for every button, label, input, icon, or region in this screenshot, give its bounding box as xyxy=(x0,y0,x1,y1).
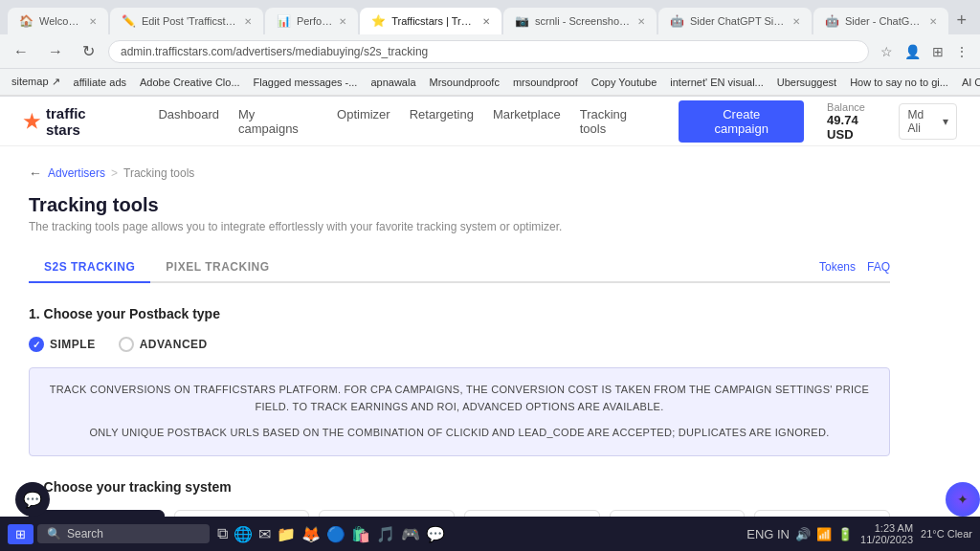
store-icon[interactable]: 🛍️ xyxy=(351,525,370,543)
taskview-icon[interactable]: ⧉ xyxy=(217,525,228,543)
nav-bar: ← → ↻ admin.trafficstars.com/advertisers… xyxy=(0,34,980,69)
nav-retargeting[interactable]: Retargeting xyxy=(410,103,474,140)
tab-close-icon[interactable]: ✕ xyxy=(482,16,490,27)
tokens-link[interactable]: Tokens xyxy=(819,260,856,274)
bookmark-item-6[interactable]: mrsoundproof xyxy=(509,75,582,90)
tab-close-icon[interactable]: ✕ xyxy=(339,16,346,27)
back-button[interactable]: ← xyxy=(8,41,34,62)
tab-close-icon[interactable]: ✕ xyxy=(929,16,937,27)
taskbar-icons: ⧉ 🌐 ✉ 📁 🦊 🔵 🛍️ 🎵 🎮 💬 xyxy=(217,525,445,543)
radio-advanced[interactable]: ADVANCED xyxy=(119,337,208,352)
lang-icon: ENG IN xyxy=(746,527,790,541)
postback-options: SIMPLE ADVANCED xyxy=(29,337,890,352)
browser-tab-tab2[interactable]: ✏️Edit Post 'Trafficstars Review:...✕ xyxy=(110,8,263,34)
info-line-2: ONLY UNIQUE POSTBACK URLS BASED ON THE C… xyxy=(45,425,874,442)
menu-icon[interactable]: ⋮ xyxy=(951,42,972,61)
tab-favicon: 🤖 xyxy=(825,14,839,28)
extension-icon[interactable]: ⊞ xyxy=(928,42,947,61)
tab-label: Edit Post 'Trafficstars Review:... xyxy=(142,15,238,27)
date-display: 11/20/2023 xyxy=(860,534,913,545)
bookmark-item-10[interactable]: How to say no to gi... xyxy=(846,75,952,90)
reload-button[interactable]: ↻ xyxy=(77,40,100,62)
chevron-down-icon: ▾ xyxy=(943,115,948,128)
bookmark-item-11[interactable]: AI Content creation xyxy=(958,75,980,90)
bookmark-item-3[interactable]: Flagged messages -... xyxy=(250,75,362,90)
tab-close-icon[interactable]: ✕ xyxy=(244,16,252,27)
tab-favicon: 📷 xyxy=(515,14,529,28)
chat-support-button[interactable]: 💬 xyxy=(15,482,50,517)
bookmark-item-0[interactable]: sitemap ↗ xyxy=(8,74,64,90)
app-nav: ★ traffic stars Dashboard My campaigns O… xyxy=(0,97,980,146)
tab-favicon: ✏️ xyxy=(122,14,136,28)
time-display: 1:23 AM xyxy=(860,522,913,534)
nav-my-campaigns[interactable]: My campaigns xyxy=(238,103,318,140)
nav-dashboard[interactable]: Dashboard xyxy=(158,103,219,140)
battery-icon[interactable]: 🔋 xyxy=(837,527,853,541)
create-campaign-button[interactable]: Create campaign xyxy=(679,100,804,143)
nav-marketplace[interactable]: Marketplace xyxy=(493,103,561,140)
info-line-1: TRACK CONVERSIONS ON TRAFFICSTARS PLATFO… xyxy=(45,382,874,415)
radio-simple[interactable]: SIMPLE xyxy=(29,337,96,352)
files-icon[interactable]: 📁 xyxy=(277,525,296,543)
bookmark-item-9[interactable]: Ubersuggest xyxy=(773,75,840,90)
browser-icon[interactable]: 🌐 xyxy=(234,525,253,543)
section2-title: 2. Choose your tracking system xyxy=(29,479,890,495)
browser-tab-tab4[interactable]: ⭐Trafficstars | Tracking tools✕ xyxy=(360,8,501,34)
nav-tracking-tools[interactable]: Tracking tools xyxy=(580,103,657,140)
breadcrumb-parent[interactable]: Advertisers xyxy=(48,166,105,180)
media-icon[interactable]: 🎵 xyxy=(376,525,395,543)
browser-tab-tab5[interactable]: 📷scrnli - Screenshot Tool and El...✕ xyxy=(503,8,657,34)
address-bar[interactable]: admin.trafficstars.com/advertisers/media… xyxy=(108,40,869,63)
firefox-icon[interactable]: 🦊 xyxy=(301,525,321,543)
tab-favicon: ⭐ xyxy=(371,14,386,28)
whatsapp-icon[interactable]: 💬 xyxy=(426,525,445,543)
browser-tab-tab6[interactable]: 🤖Sider ChatGPT Sidebar + Visi...✕ xyxy=(658,8,812,34)
logo-star-icon: ★ xyxy=(23,110,40,133)
logo: ★ traffic stars xyxy=(23,105,123,138)
tab-s2s-tracking[interactable]: S2S TRACKING xyxy=(29,253,150,283)
bookmark-item-5[interactable]: Mrsoundproofc xyxy=(426,75,503,90)
bookmark-item-2[interactable]: Adobe Creative Clo... xyxy=(136,75,244,90)
volume-icon[interactable]: 🔊 xyxy=(795,527,811,541)
back-arrow-icon[interactable]: ← xyxy=(29,165,42,181)
mail-icon[interactable]: ✉ xyxy=(258,525,271,543)
browser-tab-tab3[interactable]: 📊Performance✕ xyxy=(265,8,358,34)
nav-optimizer[interactable]: Optimizer xyxy=(337,103,390,140)
taskbar-search[interactable]: 🔍 Search xyxy=(37,524,210,543)
weather-display: 21°C Clear xyxy=(921,528,972,540)
bookmark-icon[interactable]: ☆ xyxy=(877,42,897,61)
bookmark-item-1[interactable]: affiliate ads xyxy=(70,75,130,90)
tab-close-icon[interactable]: ✕ xyxy=(89,16,97,27)
browser-tab-tab1[interactable]: 🏠Welcome page✕ xyxy=(8,8,108,34)
main-content: ← Advertisers > Tracking tools Tracking … xyxy=(0,146,919,551)
new-tab-button[interactable]: + xyxy=(950,11,972,31)
user-menu-button[interactable]: Md Ali ▾ xyxy=(899,103,957,140)
logo-text: traffic stars xyxy=(46,105,123,138)
breadcrumb: ← Advertisers > Tracking tools xyxy=(29,165,890,181)
tracking-tabs: S2S TRACKING PIXEL TRACKING Tokens FAQ xyxy=(29,253,890,283)
nav-links: Dashboard My campaigns Optimizer Retarge… xyxy=(158,103,656,140)
edge-icon[interactable]: 🔵 xyxy=(326,525,345,543)
tab-close-icon[interactable]: ✕ xyxy=(637,16,645,27)
system-tray: ENG IN 🔊 📶 🔋 xyxy=(746,527,853,541)
tab-actions: Tokens FAQ xyxy=(819,253,890,281)
nav-right: Balance 49.74 USD Md Ali ▾ xyxy=(827,101,957,142)
network-icon[interactable]: 📶 xyxy=(816,527,832,541)
faq-link[interactable]: FAQ xyxy=(867,260,890,274)
bookmark-item-4[interactable]: apnawala xyxy=(367,75,419,90)
browser-tab-tab7[interactable]: 🤖Sider - ChatGPT Sidebar✕ xyxy=(813,8,948,34)
forward-button[interactable]: → xyxy=(42,41,69,62)
tab-label: Trafficstars | Tracking tools xyxy=(391,15,477,27)
radio-advanced-label: ADVANCED xyxy=(140,338,208,351)
bookmark-item-7[interactable]: Copy Youtube xyxy=(588,75,661,90)
app5-icon[interactable]: 🎮 xyxy=(401,525,420,543)
app-wrapper: ★ traffic stars Dashboard My campaigns O… xyxy=(0,97,980,551)
tab-pixel-tracking[interactable]: PIXEL TRACKING xyxy=(150,253,284,283)
tab-close-icon[interactable]: ✕ xyxy=(792,16,800,27)
radio-simple-indicator xyxy=(29,337,44,352)
profile-icon[interactable]: 👤 xyxy=(901,42,924,61)
start-button[interactable]: ⊞ xyxy=(8,524,33,544)
ai-icon: ✦ xyxy=(957,492,969,507)
bookmark-item-8[interactable]: internet' EN visual... xyxy=(666,75,767,90)
ai-assistant-button[interactable]: ✦ xyxy=(946,482,980,517)
